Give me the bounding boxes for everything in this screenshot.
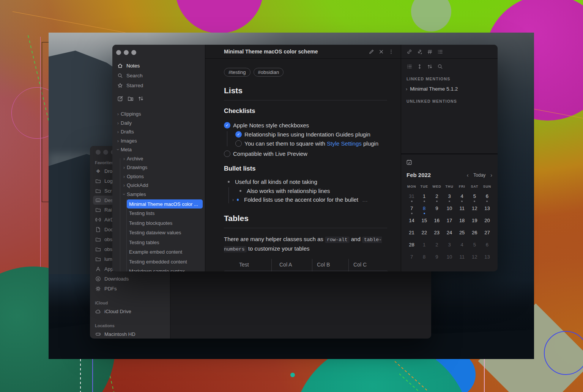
calendar-date[interactable]: 10: [443, 204, 455, 216]
calendar-date[interactable]: 14: [405, 216, 418, 228]
calendar-date[interactable]: 19: [468, 216, 481, 228]
calendar-date[interactable]: 15: [418, 216, 430, 228]
calendar-date[interactable]: 27: [481, 228, 493, 240]
finder-item-pdfs[interactable]: PDFs: [90, 284, 170, 293]
next-month-icon[interactable]: ›: [490, 172, 492, 178]
tree-item-samples[interactable]: ›Samples: [112, 190, 205, 199]
tree-item-drawings[interactable]: ›Drawings: [112, 163, 205, 172]
calendar-date[interactable]: 28: [405, 240, 418, 252]
calendar-date[interactable]: 2: [430, 192, 443, 204]
checkbox-unchecked-icon[interactable]: [235, 140, 242, 147]
calendar-date[interactable]: 23: [430, 228, 443, 240]
calendar-date[interactable]: 31: [405, 192, 418, 204]
tag-pill-obsidian[interactable]: #obsidian: [254, 68, 284, 77]
close-button[interactable]: [96, 150, 101, 155]
chevron-right-icon: ›: [121, 182, 127, 188]
tree-item-quickadd[interactable]: ›QuickAdd: [112, 181, 205, 190]
search-icon[interactable]: [437, 64, 443, 69]
calendar-date[interactable]: 1: [418, 240, 430, 252]
calendar-date[interactable]: 24: [443, 228, 455, 240]
outline-icon[interactable]: [437, 49, 443, 55]
calendar-date[interactable]: 5: [468, 240, 481, 252]
calendar-date[interactable]: 3: [443, 192, 455, 204]
relationship-line: [228, 187, 229, 203]
folder-icon: [95, 207, 101, 213]
checkbox-checked-icon[interactable]: ✓: [224, 122, 230, 129]
more-options-icon[interactable]: [388, 49, 394, 55]
calendar-date[interactable]: 7: [405, 204, 418, 216]
calendar-date[interactable]: 21: [405, 228, 418, 240]
chevron-right-icon: ›: [121, 174, 127, 179]
calendar-date[interactable]: 2: [430, 240, 443, 252]
backlinks-icon[interactable]: [407, 49, 412, 55]
tree-item-options[interactable]: ›Options: [112, 172, 205, 181]
new-folder-icon[interactable]: [128, 96, 134, 102]
chevron-right-icon: ›: [121, 156, 127, 162]
linked-mention-item[interactable]: › Minimal Theme 5.1.2: [406, 86, 498, 92]
calendar-date[interactable]: 6: [481, 192, 493, 204]
calendar-date[interactable]: 7: [405, 252, 418, 265]
calendar-date[interactable]: 4: [456, 240, 468, 252]
new-note-icon[interactable]: [117, 96, 123, 102]
finder-item-downloads[interactable]: Downloads: [90, 274, 170, 284]
tree-item-minimal-theme-selected[interactable]: Minimal Theme macOS color ...: [127, 199, 203, 209]
tree-item-meta[interactable]: ›Meta: [112, 145, 205, 154]
calendar-date[interactable]: 20: [481, 216, 493, 228]
tag-pill-testing[interactable]: #testing: [224, 68, 251, 77]
minimize-button[interactable]: [103, 150, 108, 155]
calendar-date[interactable]: 9: [430, 204, 443, 216]
calendar-date[interactable]: 8: [418, 204, 430, 216]
bullet-item: Also works with relationship lines: [224, 187, 387, 196]
calendar-date[interactable]: 9: [430, 252, 443, 265]
calendar-icon[interactable]: [406, 159, 412, 165]
calendar-date[interactable]: 12: [468, 204, 481, 216]
minimize-button[interactable]: [124, 50, 129, 55]
list-icon[interactable]: [407, 64, 412, 69]
tree-item-drafts[interactable]: ›Drafts: [112, 127, 205, 136]
calendar-date[interactable]: 6: [481, 240, 493, 252]
finder-item-icloud-drive[interactable]: iCloud Drive: [90, 306, 170, 316]
close-button[interactable]: [116, 50, 121, 55]
calendar-date[interactable]: 4: [456, 192, 468, 204]
checkbox-checked-icon[interactable]: ✓: [235, 131, 242, 138]
calendar-date[interactable]: 12: [468, 252, 481, 265]
zoom-button[interactable]: [131, 50, 136, 55]
nav-item-search[interactable]: Search: [112, 71, 205, 80]
nav-item-notes[interactable]: Notes: [112, 61, 205, 71]
nav-item-starred[interactable]: Starred: [112, 80, 205, 90]
style-settings-link[interactable]: Style Settings: [327, 140, 362, 147]
checkbox-unchecked-icon[interactable]: [224, 151, 230, 157]
tree-item-images[interactable]: ›Images: [112, 136, 205, 146]
finder-item-macintosh-hd[interactable]: Macintosh HD: [90, 329, 170, 339]
tree-item-daily[interactable]: ›Daily: [112, 119, 205, 128]
calendar-date[interactable]: 10: [443, 252, 455, 265]
expand-icon[interactable]: [417, 64, 422, 69]
calendar-date[interactable]: 11: [456, 204, 468, 216]
calendar-date[interactable]: 22: [418, 228, 430, 240]
outgoing-links-icon[interactable]: [417, 49, 422, 55]
calendar-date[interactable]: 11: [456, 252, 468, 265]
close-icon[interactable]: [378, 49, 384, 55]
fold-ellipsis[interactable]: …: [362, 196, 368, 203]
applications-icon: [95, 266, 101, 272]
prev-month-icon[interactable]: ‹: [467, 172, 469, 178]
calendar-date[interactable]: 8: [418, 252, 430, 265]
calendar-date[interactable]: 16: [430, 216, 443, 228]
tags-icon[interactable]: [427, 49, 433, 55]
calendar-date[interactable]: 13: [481, 252, 493, 265]
calendar-date[interactable]: 3: [443, 240, 455, 252]
sort-icon[interactable]: [138, 96, 144, 102]
chevron-right-icon[interactable]: ›: [232, 197, 234, 202]
calendar-date[interactable]: 5: [468, 192, 481, 204]
sort-icon[interactable]: [427, 64, 433, 69]
calendar-date[interactable]: 18: [456, 216, 468, 228]
calendar-date[interactable]: 25: [456, 228, 468, 240]
tree-item-archive[interactable]: ›Archive: [112, 154, 205, 163]
calendar-date[interactable]: 13: [481, 204, 493, 216]
calendar-date[interactable]: 26: [468, 228, 481, 240]
today-button[interactable]: Today: [473, 172, 485, 178]
edit-icon[interactable]: [369, 49, 374, 55]
calendar-date[interactable]: 17: [443, 216, 455, 228]
tree-item-clippings[interactable]: ›Clippings: [112, 110, 205, 119]
calendar-date[interactable]: 1: [418, 192, 430, 204]
